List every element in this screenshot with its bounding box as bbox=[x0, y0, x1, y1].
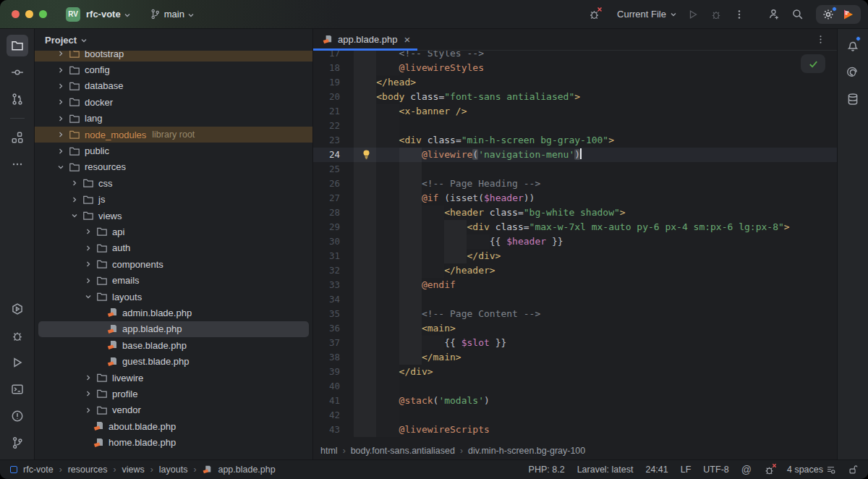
inspections-widget[interactable] bbox=[801, 54, 825, 73]
unlock-icon[interactable] bbox=[848, 465, 858, 475]
tree-item-views[interactable]: views bbox=[35, 208, 312, 224]
tab-app-blade-php[interactable]: app.blade.php × bbox=[313, 29, 417, 50]
tree-item-base.blade.php[interactable]: base.blade.php bbox=[35, 337, 312, 353]
project-widget[interactable]: RV rfc-vote bbox=[66, 7, 131, 22]
database-icon[interactable] bbox=[842, 88, 864, 110]
code-line-43[interactable]: 43@livewireScripts bbox=[313, 423, 837, 437]
status-path-resources[interactable]: resources bbox=[68, 465, 108, 475]
tree-item-livewire[interactable]: livewire bbox=[35, 370, 312, 386]
project-panel-header[interactable]: Project bbox=[35, 29, 312, 51]
code-line-28[interactable]: 28<header class="bg-white shadow"> bbox=[313, 205, 837, 220]
pull-requests-tool-button[interactable] bbox=[7, 88, 28, 110]
caret-position-widget[interactable]: 24:41 bbox=[645, 465, 668, 475]
debugger-error-icon[interactable] bbox=[764, 465, 775, 475]
tree-item-api[interactable]: api bbox=[35, 224, 312, 240]
code-line-22[interactable]: 22 bbox=[313, 119, 837, 133]
code-line-41[interactable]: 41@stack('modals') bbox=[313, 394, 837, 408]
version-control-tool-button[interactable] bbox=[7, 432, 28, 454]
code-line-27[interactable]: 27@if (isset($header)) bbox=[313, 191, 837, 205]
code-line-17[interactable]: 17<!-- Styles --> bbox=[313, 51, 837, 61]
code-line-25[interactable]: 25 bbox=[313, 162, 837, 177]
status-path-file[interactable]: app.blade.php bbox=[218, 465, 275, 475]
tree-item-resources[interactable]: resources bbox=[35, 159, 312, 175]
code-line-42[interactable]: 42 bbox=[313, 408, 837, 423]
code-line-21[interactable]: 21<x-banner /> bbox=[313, 104, 837, 119]
debug-button[interactable] bbox=[706, 4, 726, 25]
run-configuration-selector[interactable]: Current File bbox=[617, 9, 677, 20]
tree-item-home.blade.php[interactable]: home.blade.php bbox=[35, 434, 312, 450]
tree-chevron-icon[interactable] bbox=[83, 259, 96, 269]
services-tool-button[interactable] bbox=[7, 298, 28, 320]
tree-item-admin.blade.php[interactable]: admin.blade.php bbox=[35, 305, 312, 321]
plugin-logo-icon[interactable] bbox=[842, 8, 855, 21]
indent-widget[interactable]: 4 spaces bbox=[787, 465, 835, 475]
tree-chevron-icon[interactable] bbox=[56, 130, 69, 140]
tree-chevron-icon[interactable] bbox=[83, 243, 96, 253]
status-path-layouts[interactable]: layouts bbox=[159, 465, 188, 475]
intention-bulb-icon[interactable] bbox=[361, 149, 372, 160]
more-actions-button[interactable] bbox=[729, 4, 749, 25]
vcs-branch-widget[interactable]: main bbox=[150, 9, 195, 20]
annotations-at-icon[interactable]: @ bbox=[741, 464, 752, 475]
search-everywhere-button[interactable] bbox=[787, 4, 807, 25]
project-tool-button[interactable] bbox=[7, 35, 28, 56]
run-tool-button[interactable] bbox=[7, 352, 28, 373]
tree-item-css[interactable]: css bbox=[35, 175, 312, 191]
tree-chevron-icon[interactable] bbox=[56, 51, 69, 59]
ai-assistant-icon[interactable] bbox=[842, 62, 864, 83]
tree-item-docker[interactable]: docker bbox=[35, 94, 312, 110]
tree-chevron-icon[interactable] bbox=[83, 276, 96, 286]
breadcrumb-html[interactable]: html bbox=[320, 446, 338, 456]
close-window-button[interactable] bbox=[12, 10, 20, 18]
status-path-project[interactable]: rfc-vote bbox=[23, 465, 54, 475]
tree-item-components[interactable]: components bbox=[35, 256, 312, 272]
commit-tool-button[interactable] bbox=[7, 62, 28, 83]
tree-chevron-icon[interactable] bbox=[56, 97, 69, 107]
more-tool-windows-button[interactable] bbox=[7, 153, 28, 175]
tree-item-js[interactable]: js bbox=[35, 192, 312, 208]
tree-item-emails[interactable]: emails bbox=[35, 272, 312, 288]
tree-item-vendor[interactable]: vendor bbox=[35, 402, 312, 418]
code-line-24[interactable]: 24@livewire('navigation-menu') bbox=[313, 148, 837, 162]
code-editor[interactable]: 17<!-- Styles -->18@livewireStyles19</he… bbox=[313, 51, 837, 442]
tree-chevron-icon[interactable] bbox=[56, 146, 69, 156]
editor-options-icon[interactable] bbox=[804, 35, 837, 44]
code-line-32[interactable]: 32</header> bbox=[313, 263, 837, 278]
tab-close-icon[interactable]: × bbox=[404, 34, 410, 45]
code-line-30[interactable]: 30{{ $header }} bbox=[313, 234, 837, 249]
tree-item-public[interactable]: public bbox=[35, 143, 312, 158]
settings-gear-icon[interactable] bbox=[822, 8, 835, 21]
tree-chevron-icon[interactable] bbox=[56, 65, 69, 75]
build-error-icon[interactable] bbox=[584, 4, 604, 25]
tree-item-guest.blade.php[interactable]: guest.blade.php bbox=[35, 353, 312, 369]
tree-chevron-icon[interactable] bbox=[83, 405, 96, 415]
tree-item-database[interactable]: database bbox=[35, 78, 312, 94]
tree-item-profile[interactable]: profile bbox=[35, 386, 312, 402]
minimize-window-button[interactable] bbox=[25, 10, 33, 18]
tree-chevron-icon[interactable] bbox=[69, 178, 82, 188]
code-line-18[interactable]: 18@livewireStyles bbox=[313, 61, 837, 75]
tree-item-bootstrap[interactable]: bootstrap bbox=[35, 51, 312, 62]
breadcrumb-body[interactable]: body.font-sans.antialiased bbox=[351, 446, 455, 456]
tree-item-lang[interactable]: lang bbox=[35, 111, 312, 127]
code-with-me-button[interactable] bbox=[764, 4, 784, 25]
code-line-20[interactable]: 20<body class="font-sans antialiased"> bbox=[313, 90, 837, 104]
line-ending-widget[interactable]: LF bbox=[681, 465, 692, 475]
tree-item-layouts[interactable]: layouts bbox=[35, 289, 312, 305]
tree-chevron-icon[interactable] bbox=[83, 292, 96, 302]
tree-item-app.blade.php[interactable]: app.blade.php bbox=[38, 321, 309, 337]
tree-chevron-icon[interactable] bbox=[69, 195, 82, 205]
code-line-34[interactable]: 34 bbox=[313, 292, 837, 307]
code-line-19[interactable]: 19</head> bbox=[313, 75, 837, 90]
breadcrumb-div[interactable]: div.min-h-screen.bg-gray-100 bbox=[468, 446, 585, 456]
tree-chevron-icon[interactable] bbox=[56, 81, 69, 91]
zoom-window-button[interactable] bbox=[39, 10, 47, 18]
encoding-widget[interactable]: UTF-8 bbox=[703, 465, 728, 475]
code-line-26[interactable]: 26<!-- Page Heading --> bbox=[313, 177, 837, 191]
structure-tool-button[interactable] bbox=[7, 127, 28, 148]
tree-item-auth[interactable]: auth bbox=[35, 240, 312, 256]
notifications-bell-icon[interactable] bbox=[842, 35, 864, 56]
tree-chevron-icon[interactable] bbox=[56, 114, 69, 124]
code-line-37[interactable]: 37{{ $slot }} bbox=[313, 336, 837, 350]
debug-tool-button[interactable] bbox=[7, 325, 28, 347]
